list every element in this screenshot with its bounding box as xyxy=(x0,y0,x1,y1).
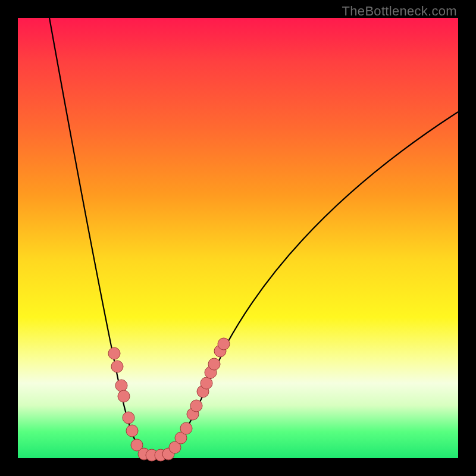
curve-path xyxy=(49,18,458,456)
marker-layer xyxy=(108,338,230,461)
outer-frame: TheBottleneck.com xyxy=(0,0,476,476)
curve-marker xyxy=(218,338,230,350)
curve-marker xyxy=(123,412,134,424)
watermark-text: TheBottleneck.com xyxy=(342,4,457,19)
curve-marker xyxy=(126,425,138,437)
curve-marker xyxy=(111,361,123,372)
curve-marker xyxy=(108,347,120,359)
curve-marker xyxy=(180,422,192,434)
curve-marker xyxy=(201,377,212,389)
curve-marker xyxy=(118,390,130,402)
curve-marker xyxy=(208,358,220,370)
chart-svg xyxy=(18,18,458,458)
curve-marker xyxy=(115,380,127,392)
curve-marker xyxy=(190,400,202,412)
